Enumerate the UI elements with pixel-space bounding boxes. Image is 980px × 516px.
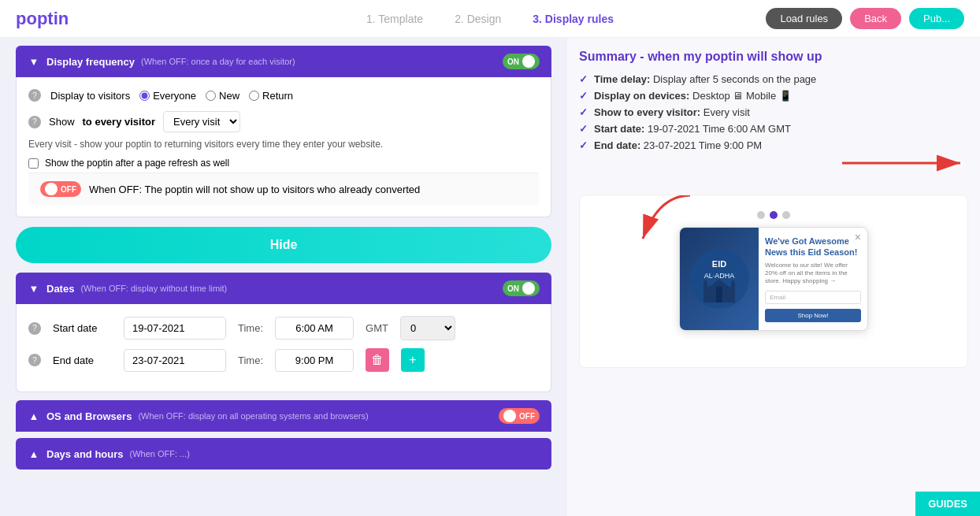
preview-dot-1 — [757, 211, 765, 219]
days-header[interactable]: ▲ Days and hours (When OFF: ...) OFF — [16, 438, 551, 470]
summary-item-1: ✓ Time delay: Display after 5 seconds on… — [579, 73, 968, 85]
radio-return[interactable]: Return — [249, 90, 293, 102]
popup-headline: We've Got Awesome News this Eid Season! — [765, 236, 861, 258]
radio-new[interactable]: New — [206, 90, 239, 102]
start-date-label: Start date — [53, 322, 112, 334]
check-icon-5: ✓ — [579, 139, 588, 151]
page-refresh-checkbox-row: Show the poptin after a page refresh as … — [28, 158, 539, 169]
summary-bold-5: End date: — [594, 139, 640, 151]
dates-header[interactable]: ▼ Dates (When OFF: display without time … — [16, 273, 551, 304]
os-toggle[interactable]: OFF — [499, 408, 540, 424]
load-rules-button[interactable]: Load rules — [766, 8, 842, 29]
display-visitors-help-icon[interactable]: ? — [28, 89, 41, 102]
end-date-label: End date — [53, 355, 112, 366]
guides-button[interactable]: GUIDES — [915, 492, 980, 516]
dates-body: ? Start date Time: GMT 0 1 -1 ? End date — [16, 304, 551, 392]
start-date-input[interactable] — [124, 317, 226, 340]
right-panel: Summary - when my poptin will show up ✓ … — [567, 38, 980, 516]
days-chevron-icon: ▲ — [28, 447, 40, 460]
arrow-right-icon — [834, 147, 976, 179]
check-icon-3: ✓ — [579, 106, 588, 118]
end-time-label: Time: — [238, 355, 263, 366]
start-time-input[interactable] — [275, 317, 354, 340]
logo: poptin — [16, 9, 69, 29]
toggle-circle — [522, 55, 535, 68]
step-template[interactable]: 1. Template — [366, 13, 423, 25]
os-toggle-circle — [503, 410, 516, 422]
header-actions: Load rules Back Pub... — [766, 8, 964, 29]
display-to-label: Display to visitors — [50, 90, 130, 102]
every-visit-description: Every visit - show your poptin to return… — [28, 139, 539, 150]
back-button[interactable]: Back — [850, 8, 901, 29]
step-design[interactable]: 2. Design — [455, 13, 501, 25]
logo-text: poptin — [16, 9, 69, 29]
dates-subtitle: (When OFF: display without time limit) — [80, 284, 227, 293]
dates-toggle-circle — [522, 282, 535, 295]
preview-area: × EID AL·ADHA — [579, 195, 968, 368]
os-subtitle: (When OFF: display on all operating syst… — [138, 411, 368, 421]
step-display-rules[interactable]: 3. Display rules — [533, 13, 614, 25]
visitor-radio-group: Everyone New Return — [139, 90, 293, 102]
days-title: ▲ Days and hours (When OFF: ...) — [28, 447, 190, 460]
summary-text-3: Every visit — [703, 106, 750, 118]
dates-title: ▼ Dates (When OFF: display without time … — [28, 282, 227, 295]
end-time-input[interactable] — [275, 349, 354, 372]
publish-button[interactable]: Pub... — [909, 8, 964, 29]
check-icon-1: ✓ — [579, 73, 588, 85]
dates-section: ▼ Dates (When OFF: display without time … — [16, 273, 551, 392]
svg-text:AL·ADHA: AL·ADHA — [704, 272, 735, 280]
summary-text-5: 23-07-2021 Time 9:00 PM — [644, 139, 762, 151]
show-visitor-help-icon[interactable]: ? — [28, 116, 41, 128]
radio-everyone[interactable]: Everyone — [139, 90, 196, 102]
svg-text:EID: EID — [712, 259, 726, 269]
display-frequency-section: ▼ Display frequency (When OFF: once a da… — [16, 46, 551, 217]
check-icon-2: ✓ — [579, 90, 588, 102]
summary-text-1: Display after 5 seconds on the page — [653, 73, 816, 85]
display-frequency-header[interactable]: ▼ Display frequency (When OFF: once a da… — [16, 46, 551, 77]
toggle-label: ON — [507, 58, 519, 66]
popup-close-icon[interactable]: × — [855, 231, 861, 243]
dates-toggle-label: ON — [507, 284, 519, 293]
show-visitor-row: ? Show to every visitor Every visit Once… — [28, 111, 539, 132]
popup-shop-button[interactable]: Shop Now! — [765, 309, 861, 322]
summary-bold-4: Start date: — [594, 123, 644, 135]
summary-bold-3: Show to every visitor: — [594, 106, 700, 118]
dates-toggle[interactable]: ON — [503, 280, 540, 296]
show-bold-label: to every visitor — [83, 116, 156, 128]
summary-title: Summary - when my poptin will show up — [579, 50, 968, 64]
os-title: ▲ OS and Browsers (When OFF: display on … — [28, 410, 369, 422]
converted-row: OFF When OFF: The poptin will not show u… — [28, 173, 539, 205]
visit-frequency-dropdown[interactable]: Every visit Once Twice — [163, 111, 240, 132]
summary-bold-1: Time delay: — [594, 73, 650, 85]
display-frequency-toggle[interactable]: ON — [503, 54, 540, 69]
popup-preview: × EID AL·ADHA — [679, 227, 868, 331]
summary-item-3: ✓ Show to every visitor: Every visit — [579, 106, 968, 118]
chevron-icon: ▼ — [28, 55, 40, 68]
summary-text-4: 19-07-2021 Time 6:00 AM GMT — [648, 123, 791, 135]
gmt-select[interactable]: 0 1 -1 — [400, 316, 455, 340]
add-date-button[interactable]: + — [401, 348, 425, 372]
delete-date-button[interactable]: 🗑 — [366, 348, 389, 372]
end-date-help-icon[interactable]: ? — [28, 354, 41, 366]
os-toggle-label: OFF — [519, 412, 535, 421]
start-date-row: ? Start date Time: GMT 0 1 -1 — [28, 316, 539, 340]
end-date-input[interactable] — [124, 349, 226, 372]
converted-toggle[interactable]: OFF — [40, 181, 81, 197]
summary-item-4: ✓ Start date: 19-07-2021 Time 6:00 AM GM… — [579, 123, 968, 135]
preview-dot-2 — [770, 211, 778, 219]
svg-rect-8 — [716, 287, 722, 303]
eid-logo-svg: EID AL·ADHA — [688, 243, 751, 314]
page-refresh-checkbox[interactable] — [28, 158, 39, 169]
os-header[interactable]: ▲ OS and Browsers (When OFF: display on … — [16, 400, 551, 432]
start-time-label: Time: — [238, 322, 263, 334]
show-label: Show — [49, 116, 75, 128]
days-section: ▲ Days and hours (When OFF: ...) OFF — [16, 438, 551, 470]
hide-button[interactable]: Hide — [16, 227, 551, 263]
left-panel: ▼ Display frequency (When OFF: once a da… — [0, 38, 567, 516]
preview-dot-3 — [782, 211, 790, 219]
summary-list: ✓ Time delay: Display after 5 seconds on… — [579, 73, 968, 151]
summary-text-2: Desktop 🖥 Mobile 📱 — [692, 90, 792, 102]
start-date-help-icon[interactable]: ? — [28, 322, 41, 335]
converted-toggle-label: OFF — [61, 185, 76, 194]
display-visitors-row: ? Display to visitors Everyone New — [28, 89, 539, 102]
